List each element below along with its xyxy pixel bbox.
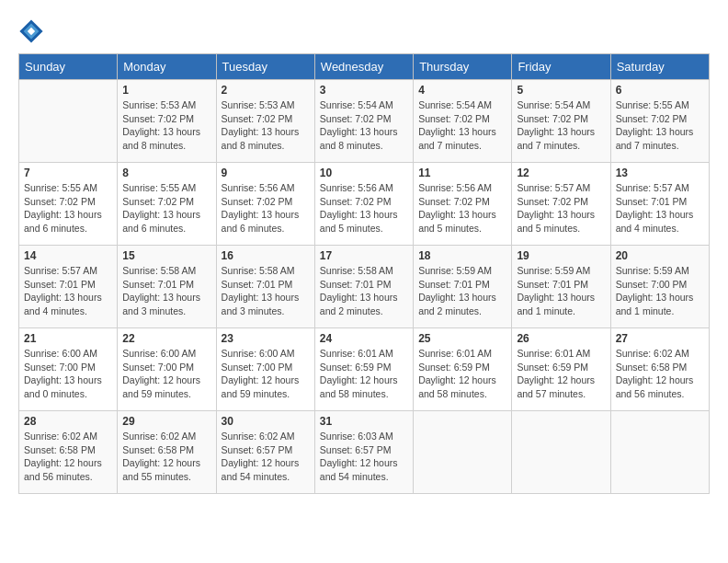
weekday-header-row: SundayMondayTuesdayWednesdayThursdayFrid…	[19, 54, 710, 80]
calendar-cell	[414, 411, 512, 494]
day-number: 27	[616, 332, 704, 345]
week-row-5: 28Sunrise: 6:02 AMSunset: 6:58 PMDayligh…	[19, 411, 710, 494]
day-info: Sunrise: 5:56 AMSunset: 7:02 PMDaylight:…	[320, 181, 408, 236]
calendar-cell: 16Sunrise: 5:58 AMSunset: 7:01 PMDayligh…	[216, 246, 314, 328]
calendar-cell: 2Sunrise: 5:53 AMSunset: 7:02 PMDaylight…	[216, 80, 314, 163]
day-info: Sunrise: 5:55 AMSunset: 7:02 PMDaylight:…	[616, 98, 704, 153]
calendar-cell: 7Sunrise: 5:55 AMSunset: 7:02 PMDaylight…	[19, 163, 118, 246]
weekday-header-monday: Monday	[118, 54, 216, 80]
day-number: 4	[418, 84, 506, 97]
calendar-cell: 26Sunrise: 6:01 AMSunset: 6:59 PMDayligh…	[512, 328, 610, 411]
calendar-cell	[512, 411, 610, 494]
weekday-header-tuesday: Tuesday	[216, 54, 314, 80]
day-number: 6	[616, 84, 704, 97]
day-info: Sunrise: 6:02 AMSunset: 6:58 PMDaylight:…	[616, 347, 704, 401]
day-info: Sunrise: 6:01 AMSunset: 6:59 PMDaylight:…	[418, 347, 506, 401]
day-number: 13	[616, 167, 704, 179]
day-info: Sunrise: 6:03 AMSunset: 6:57 PMDaylight:…	[320, 430, 408, 484]
calendar-cell: 5Sunrise: 5:54 AMSunset: 7:02 PMDaylight…	[512, 80, 610, 163]
day-number: 14	[24, 249, 112, 262]
day-info: Sunrise: 5:57 AMSunset: 7:02 PMDaylight:…	[517, 181, 605, 236]
week-row-2: 7Sunrise: 5:55 AMSunset: 7:02 PMDaylight…	[19, 163, 710, 246]
day-info: Sunrise: 5:56 AMSunset: 7:02 PMDaylight:…	[222, 181, 310, 236]
day-number: 9	[222, 167, 310, 179]
day-info: Sunrise: 5:59 AMSunset: 7:01 PMDaylight:…	[418, 264, 506, 318]
calendar-cell: 22Sunrise: 6:00 AMSunset: 7:00 PMDayligh…	[118, 328, 216, 411]
calendar-cell: 20Sunrise: 5:59 AMSunset: 7:00 PMDayligh…	[610, 246, 709, 328]
calendar-cell: 4Sunrise: 5:54 AMSunset: 7:02 PMDaylight…	[414, 80, 512, 163]
calendar-cell: 28Sunrise: 6:02 AMSunset: 6:58 PMDayligh…	[19, 411, 118, 494]
page-header	[18, 18, 710, 44]
day-info: Sunrise: 5:59 AMSunset: 7:00 PMDaylight:…	[616, 264, 704, 318]
day-number: 7	[24, 167, 112, 179]
calendar-cell: 17Sunrise: 5:58 AMSunset: 7:01 PMDayligh…	[314, 246, 413, 328]
day-info: Sunrise: 5:58 AMSunset: 7:01 PMDaylight:…	[122, 264, 210, 318]
day-number: 29	[122, 415, 210, 428]
calendar-cell: 11Sunrise: 5:56 AMSunset: 7:02 PMDayligh…	[414, 163, 512, 246]
day-info: Sunrise: 5:54 AMSunset: 7:02 PMDaylight:…	[418, 98, 506, 153]
calendar-cell: 8Sunrise: 5:55 AMSunset: 7:02 PMDaylight…	[118, 163, 216, 246]
day-number: 2	[222, 84, 310, 97]
calendar-cell: 31Sunrise: 6:03 AMSunset: 6:57 PMDayligh…	[314, 411, 413, 494]
calendar-cell: 23Sunrise: 6:00 AMSunset: 7:00 PMDayligh…	[216, 328, 314, 411]
calendar-cell: 6Sunrise: 5:55 AMSunset: 7:02 PMDaylight…	[610, 80, 709, 163]
calendar-table: SundayMondayTuesdayWednesdayThursdayFrid…	[18, 53, 710, 494]
calendar-cell: 19Sunrise: 5:59 AMSunset: 7:01 PMDayligh…	[512, 246, 610, 328]
day-info: Sunrise: 6:02 AMSunset: 6:58 PMDaylight:…	[122, 430, 210, 484]
day-number: 8	[122, 167, 210, 179]
calendar-cell: 21Sunrise: 6:00 AMSunset: 7:00 PMDayligh…	[19, 328, 118, 411]
day-number: 20	[616, 249, 704, 262]
calendar-cell: 9Sunrise: 5:56 AMSunset: 7:02 PMDaylight…	[216, 163, 314, 246]
day-info: Sunrise: 6:01 AMSunset: 6:59 PMDaylight:…	[320, 347, 408, 401]
calendar-cell: 14Sunrise: 5:57 AMSunset: 7:01 PMDayligh…	[19, 246, 118, 328]
day-info: Sunrise: 5:53 AMSunset: 7:02 PMDaylight:…	[122, 98, 210, 153]
day-info: Sunrise: 6:01 AMSunset: 6:59 PMDaylight:…	[517, 347, 605, 401]
day-info: Sunrise: 5:57 AMSunset: 7:01 PMDaylight:…	[24, 264, 112, 318]
weekday-header-thursday: Thursday	[414, 54, 512, 80]
calendar-cell: 27Sunrise: 6:02 AMSunset: 6:58 PMDayligh…	[610, 328, 709, 411]
day-number: 22	[122, 332, 210, 345]
weekday-header-friday: Friday	[512, 54, 610, 80]
day-info: Sunrise: 5:55 AMSunset: 7:02 PMDaylight:…	[24, 181, 112, 236]
day-number: 30	[222, 415, 310, 428]
logo-icon	[18, 18, 44, 44]
day-number: 15	[122, 249, 210, 262]
day-number: 25	[418, 332, 506, 345]
weekday-header-wednesday: Wednesday	[314, 54, 413, 80]
day-info: Sunrise: 5:56 AMSunset: 7:02 PMDaylight:…	[418, 181, 506, 236]
day-number: 18	[418, 249, 506, 262]
day-number: 21	[24, 332, 112, 345]
day-number: 28	[24, 415, 112, 428]
day-info: Sunrise: 6:00 AMSunset: 7:00 PMDaylight:…	[122, 347, 210, 401]
calendar-cell: 12Sunrise: 5:57 AMSunset: 7:02 PMDayligh…	[512, 163, 610, 246]
day-info: Sunrise: 6:02 AMSunset: 6:58 PMDaylight:…	[24, 430, 112, 484]
day-number: 5	[517, 84, 605, 97]
day-number: 16	[222, 249, 310, 262]
day-info: Sunrise: 5:59 AMSunset: 7:01 PMDaylight:…	[517, 264, 605, 318]
calendar-cell: 1Sunrise: 5:53 AMSunset: 7:02 PMDaylight…	[118, 80, 216, 163]
week-row-3: 14Sunrise: 5:57 AMSunset: 7:01 PMDayligh…	[19, 246, 710, 328]
calendar-cell: 15Sunrise: 5:58 AMSunset: 7:01 PMDayligh…	[118, 246, 216, 328]
week-row-4: 21Sunrise: 6:00 AMSunset: 7:00 PMDayligh…	[19, 328, 710, 411]
day-info: Sunrise: 5:58 AMSunset: 7:01 PMDaylight:…	[222, 264, 310, 318]
day-number: 11	[418, 167, 506, 179]
day-number: 23	[222, 332, 310, 345]
day-info: Sunrise: 5:58 AMSunset: 7:01 PMDaylight:…	[320, 264, 408, 318]
calendar-cell	[19, 80, 118, 163]
calendar-cell: 25Sunrise: 6:01 AMSunset: 6:59 PMDayligh…	[414, 328, 512, 411]
day-number: 10	[320, 167, 408, 179]
calendar-cell: 10Sunrise: 5:56 AMSunset: 7:02 PMDayligh…	[314, 163, 413, 246]
logo	[18, 18, 48, 44]
day-info: Sunrise: 6:02 AMSunset: 6:57 PMDaylight:…	[222, 430, 310, 484]
calendar-cell: 13Sunrise: 5:57 AMSunset: 7:01 PMDayligh…	[610, 163, 709, 246]
day-number: 19	[517, 249, 605, 262]
calendar-cell: 29Sunrise: 6:02 AMSunset: 6:58 PMDayligh…	[118, 411, 216, 494]
calendar-cell: 24Sunrise: 6:01 AMSunset: 6:59 PMDayligh…	[314, 328, 413, 411]
day-info: Sunrise: 5:53 AMSunset: 7:02 PMDaylight:…	[222, 98, 310, 153]
day-number: 1	[122, 84, 210, 97]
weekday-header-sunday: Sunday	[19, 54, 118, 80]
day-info: Sunrise: 6:00 AMSunset: 7:00 PMDaylight:…	[24, 347, 112, 401]
day-info: Sunrise: 6:00 AMSunset: 7:00 PMDaylight:…	[222, 347, 310, 401]
calendar-cell: 3Sunrise: 5:54 AMSunset: 7:02 PMDaylight…	[314, 80, 413, 163]
day-info: Sunrise: 5:54 AMSunset: 7:02 PMDaylight:…	[320, 98, 408, 153]
